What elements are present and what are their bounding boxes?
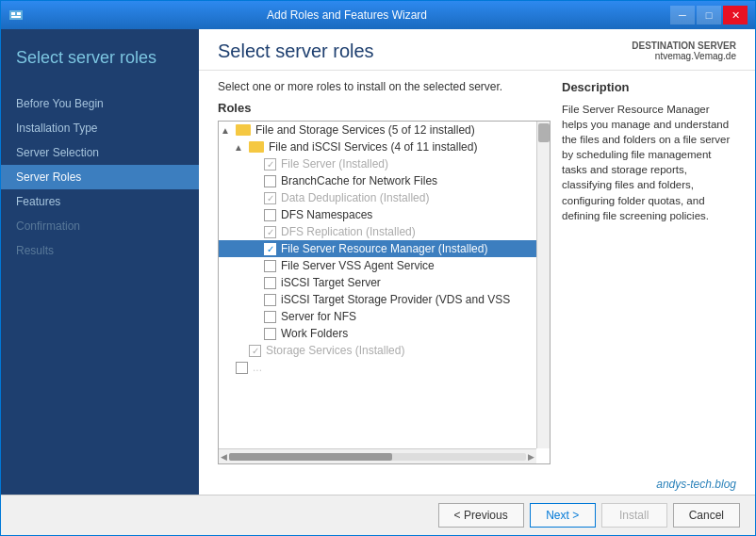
role-label: DFS Replication (Installed) <box>281 225 416 238</box>
list-item[interactable]: ... <box>219 359 536 376</box>
role-checkbox[interactable] <box>264 209 276 221</box>
sidebar: Select server roles Before You Begin Ins… <box>1 29 199 495</box>
role-checkbox[interactable]: ✓ <box>264 158 276 171</box>
sidebar-item-installation-type[interactable]: Installation Type <box>1 116 199 140</box>
watermark: andys-tech.blog <box>199 474 755 495</box>
role-label: Data Deduplication (Installed) <box>281 191 429 204</box>
list-item[interactable]: ✓ File Server Resource Manager (Installe… <box>219 240 536 257</box>
role-label: File Server (Installed) <box>281 157 388 171</box>
scroll-left-btn[interactable]: ◀ <box>221 452 227 462</box>
role-checkbox[interactable]: ✓ <box>264 243 276 255</box>
scroll-right-btn[interactable]: ▶ <box>528 452 534 462</box>
role-checkbox[interactable] <box>264 328 276 340</box>
list-item[interactable]: iSCSI Target Storage Provider (VDS and V… <box>219 291 536 308</box>
tree-toggle-icon[interactable]: ▲ <box>221 125 236 136</box>
list-item[interactable]: ✓ DFS Replication (Installed) <box>219 223 536 240</box>
main-header: Select server roles DESTINATION SERVER n… <box>199 29 755 71</box>
role-label: File and iSCSI Services (4 of 11 install… <box>269 140 477 154</box>
roles-list[interactable]: ▲ File and Storage Services (5 of 12 ins… <box>219 122 550 463</box>
role-checkbox[interactable] <box>264 311 276 323</box>
cancel-button[interactable]: Cancel <box>673 503 740 528</box>
list-item[interactable]: ▲ File and Storage Services (5 of 12 ins… <box>219 122 536 138</box>
list-item[interactable]: iSCSI Target Server <box>219 274 536 291</box>
description-text: File Server Resource Manager helps you m… <box>562 102 736 223</box>
sidebar-header: Select server roles <box>1 29 199 84</box>
list-item[interactable]: Work Folders <box>219 325 536 342</box>
role-label: iSCSI Target Storage Provider (VDS and V… <box>281 293 510 306</box>
role-label: Work Folders <box>281 327 348 340</box>
role-label: Server for NFS <box>281 310 356 323</box>
roles-label: Roles <box>218 101 551 115</box>
window-controls: ─ □ ✕ <box>670 6 748 24</box>
list-item[interactable]: BranchCache for Network Files <box>219 172 536 189</box>
svg-rect-2 <box>17 12 21 15</box>
sidebar-item-server-selection[interactable]: Server Selection <box>1 140 199 165</box>
page-title: Select server roles <box>218 41 374 62</box>
role-label: Storage Services (Installed) <box>266 344 404 357</box>
roles-list-container: ▲ File and Storage Services (5 of 12 ins… <box>218 121 551 464</box>
window-title: Add Roles and Features Wizard <box>24 8 670 22</box>
role-label: ... <box>253 361 262 374</box>
sidebar-item-features[interactable]: Features <box>1 189 199 214</box>
main-area: Select server roles DESTINATION SERVER n… <box>199 29 755 495</box>
sidebar-item-before-you-begin[interactable]: Before You Begin <box>1 91 199 116</box>
hscroll-track <box>229 453 526 461</box>
content-area: Select server roles Before You Begin Ins… <box>1 29 755 495</box>
role-label: BranchCache for Network Files <box>281 174 437 187</box>
list-item[interactable]: ✓ File Server (Installed) <box>219 155 536 172</box>
role-checkbox[interactable]: ✓ <box>264 192 276 204</box>
list-item[interactable]: File Server VSS Agent Service <box>219 257 536 274</box>
main-content: Select one or more roles to install on t… <box>199 71 755 474</box>
role-label: File and Storage Services (5 of 12 insta… <box>255 123 475 137</box>
role-checkbox[interactable]: ✓ <box>264 226 276 238</box>
footer: < Previous Next > Install Cancel <box>1 495 755 535</box>
role-checkbox[interactable] <box>264 260 276 272</box>
sidebar-item-results: Results <box>1 238 199 263</box>
destination-server-info: DESTINATION SERVER ntvemag.Vemag.de <box>632 41 736 61</box>
roles-instruction: Select one or more roles to install on t… <box>218 80 551 93</box>
next-button[interactable]: Next > <box>530 503 596 528</box>
list-item[interactable]: ✓ Storage Services (Installed) <box>219 342 536 359</box>
sidebar-item-confirmation: Confirmation <box>1 214 199 238</box>
role-label: File Server Resource Manager (Installed) <box>281 242 487 255</box>
role-label: DFS Namespaces <box>281 208 372 221</box>
horizontal-scrollbar[interactable]: ◀ ▶ <box>219 448 536 463</box>
vertical-scrollbar[interactable] <box>536 122 550 448</box>
titlebar: Add Roles and Features Wizard ─ □ ✕ <box>1 1 755 29</box>
roles-panel: Select one or more roles to install on t… <box>218 80 551 464</box>
svg-rect-3 <box>11 16 21 18</box>
previous-button[interactable]: < Previous <box>438 503 524 528</box>
role-checkbox[interactable] <box>264 277 276 289</box>
list-item[interactable]: ✓ Data Deduplication (Installed) <box>219 189 536 206</box>
sidebar-item-server-roles[interactable]: Server Roles <box>1 165 199 189</box>
destination-server-label: DESTINATION SERVER <box>632 41 736 51</box>
svg-rect-1 <box>11 12 15 15</box>
list-item[interactable]: ▲ File and iSCSI Services (4 of 11 insta… <box>219 138 536 155</box>
role-checkbox[interactable] <box>236 362 248 374</box>
install-button[interactable]: Install <box>601 503 667 528</box>
role-label: File Server VSS Agent Service <box>281 259 435 272</box>
app-icon <box>8 8 24 23</box>
description-label: Description <box>562 80 736 94</box>
hscroll-thumb[interactable] <box>229 453 392 461</box>
description-panel: Description File Server Resource Manager… <box>562 80 736 464</box>
role-checkbox[interactable] <box>264 175 276 187</box>
sidebar-nav: Before You Begin Installation Type Serve… <box>1 84 199 495</box>
close-button[interactable]: ✕ <box>723 6 748 24</box>
tree-toggle-icon[interactable]: ▲ <box>234 142 249 153</box>
destination-server-name: ntvemag.Vemag.de <box>632 51 736 61</box>
role-label: iSCSI Target Server <box>281 276 381 289</box>
list-item[interactable]: DFS Namespaces <box>219 206 536 223</box>
role-checkbox[interactable] <box>264 294 276 306</box>
list-item[interactable]: Server for NFS <box>219 308 536 325</box>
maximize-button[interactable]: □ <box>697 6 721 24</box>
main-window: Add Roles and Features Wizard ─ □ ✕ Sele… <box>0 0 756 536</box>
minimize-button[interactable]: ─ <box>670 6 695 24</box>
role-checkbox[interactable]: ✓ <box>249 345 261 357</box>
